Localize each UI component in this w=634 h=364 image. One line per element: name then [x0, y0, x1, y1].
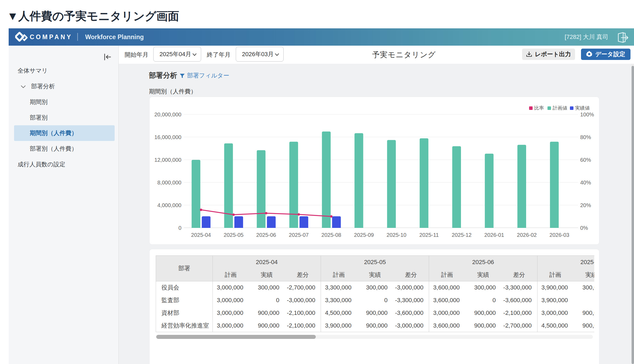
svg-text:比率: 比率 [534, 105, 544, 111]
svg-text:実績値: 実績値 [575, 105, 590, 111]
svg-text:0%: 0% [580, 225, 588, 231]
svg-text:2025-12: 2025-12 [452, 232, 472, 238]
svg-text:2025-04: 2025-04 [191, 232, 211, 238]
svg-text:2026-02: 2026-02 [517, 232, 537, 238]
svg-text:2025-11: 2025-11 [419, 232, 439, 238]
svg-text:20,000,000: 20,000,000 [154, 112, 181, 117]
svg-text:2025-08: 2025-08 [321, 232, 341, 238]
svg-text:2025-10: 2025-10 [387, 232, 406, 238]
svg-text:2026-03: 2026-03 [549, 232, 569, 238]
svg-text:2026-01: 2026-01 [484, 232, 504, 238]
svg-text:80%: 80% [580, 134, 591, 140]
svg-text:2025-05: 2025-05 [224, 232, 243, 238]
svg-text:100%: 100% [580, 112, 594, 117]
svg-text:16,000,000: 16,000,000 [154, 134, 181, 140]
svg-text:20%: 20% [580, 202, 591, 208]
svg-text:2025-07: 2025-07 [289, 232, 308, 238]
svg-text:計画値: 計画値 [553, 105, 567, 111]
svg-text:40%: 40% [580, 180, 591, 186]
svg-text:8,000,000: 8,000,000 [157, 180, 181, 186]
svg-text:4,000,000: 4,000,000 [157, 202, 181, 208]
svg-text:2025-09: 2025-09 [354, 232, 374, 238]
svg-text:60%: 60% [580, 157, 591, 163]
svg-text:0: 0 [178, 225, 181, 231]
svg-text:12,000,000: 12,000,000 [154, 157, 181, 163]
svg-text:2025-06: 2025-06 [256, 232, 276, 238]
